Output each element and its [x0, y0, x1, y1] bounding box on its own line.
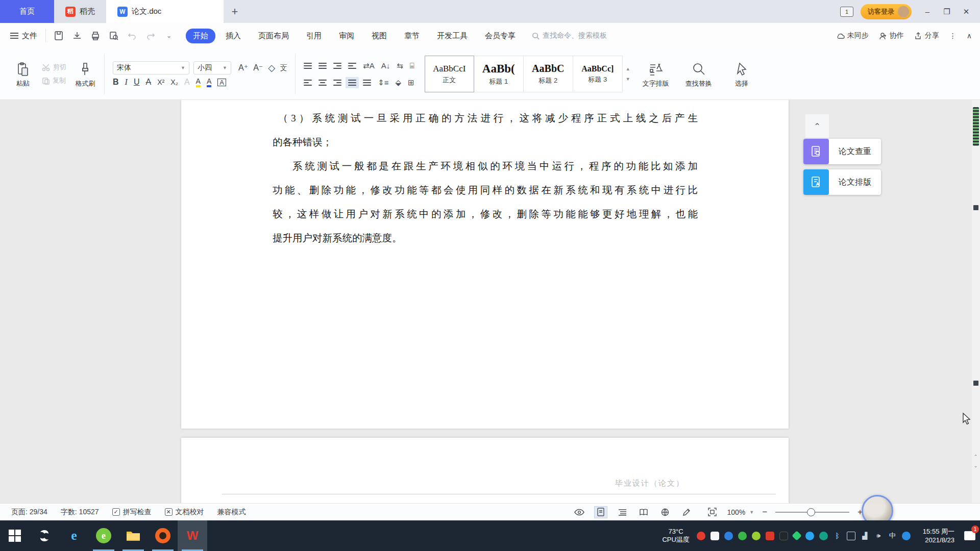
bluetooth-icon[interactable]: ᛒ: [833, 532, 842, 540]
tab-document[interactable]: W 论文.doc: [106, 0, 224, 23]
strikethrough-button[interactable]: A: [145, 78, 151, 86]
window-layout-icon[interactable]: 1: [840, 7, 853, 17]
outline-view-button[interactable]: [616, 506, 629, 518]
increase-font-button[interactable]: A⁺: [238, 64, 248, 72]
share-button[interactable]: 分享: [914, 31, 939, 40]
bullet-list-button[interactable]: [304, 63, 312, 69]
ribbon-tab-references[interactable]: 引用: [299, 29, 329, 43]
page-view-button[interactable]: [594, 506, 607, 518]
close-button[interactable]: ✕: [958, 4, 975, 19]
tray-icon-blue-shield[interactable]: [724, 532, 733, 540]
undo-button[interactable]: [127, 30, 138, 41]
fit-page-button[interactable]: [705, 506, 719, 518]
tray-icon-green[interactable]: [738, 532, 747, 540]
distribute-button[interactable]: [363, 80, 371, 86]
ink-annotate-button[interactable]: [680, 506, 693, 518]
zoom-slider-thumb[interactable]: [807, 508, 815, 516]
input-method-indicator[interactable]: 中: [888, 532, 897, 540]
pinyin-guide-button[interactable]: 文: [280, 64, 287, 71]
character-border-button[interactable]: A: [217, 79, 226, 86]
borders-button[interactable]: ⊞: [408, 78, 414, 87]
text-tool-button[interactable]: ⇄A: [363, 61, 375, 70]
tray-icon-lime[interactable]: [752, 532, 761, 540]
ribbon-tab-view[interactable]: 视图: [364, 29, 394, 43]
collapse-ribbon-button[interactable]: ∧: [967, 32, 972, 40]
highlight-color-button[interactable]: A: [196, 78, 201, 87]
tab-docer[interactable]: 稻 稻壳: [54, 0, 106, 23]
ribbon-tab-review[interactable]: 审阅: [332, 29, 361, 43]
line-spacing-button[interactable]: ⇕≡: [378, 78, 388, 87]
guest-login-button[interactable]: 访客登录: [861, 4, 912, 19]
paste-button[interactable]: 粘贴: [7, 60, 39, 88]
web-layout-button[interactable]: [658, 506, 672, 518]
zoom-slider[interactable]: [775, 512, 849, 513]
italic-button[interactable]: I: [125, 78, 128, 86]
taskbar-app-360[interactable]: [30, 520, 59, 551]
next-page-button[interactable]: ⌄: [972, 463, 979, 468]
paper-format-button[interactable]: 论文排版: [803, 169, 881, 195]
gallery-up-icon[interactable]: ▲: [626, 66, 630, 71]
tray-icon-red[interactable]: [766, 532, 774, 540]
format-painter-button[interactable]: 格式刷: [69, 60, 101, 88]
char-circle-button[interactable]: A: [184, 78, 190, 86]
tray-icon-dark[interactable]: [779, 532, 788, 540]
superscript-button[interactable]: X²: [157, 79, 164, 86]
more-menu-button[interactable]: ⋮: [949, 32, 957, 40]
ribbon-tab-insert[interactable]: 插入: [218, 29, 248, 43]
tray-icon-tim[interactable]: [902, 532, 911, 540]
copy-button[interactable]: 复制: [42, 76, 66, 85]
font-name-select[interactable]: 宋体 ▼: [113, 61, 189, 74]
tab-home[interactable]: 首页: [0, 0, 54, 23]
align-left-button[interactable]: [304, 80, 312, 86]
spell-check-toggle[interactable]: ✓ 拼写检查: [112, 508, 152, 517]
output-pdf-button[interactable]: [71, 30, 83, 41]
restore-button[interactable]: ❐: [938, 4, 955, 19]
shading-button[interactable]: ⬙: [395, 78, 401, 87]
show-marks-button[interactable]: ⇆: [397, 61, 403, 70]
print-preview-button[interactable]: [108, 30, 119, 41]
taskbar-app-browser-green[interactable]: e: [89, 520, 118, 551]
decrease-indent-button[interactable]: [333, 63, 341, 69]
network-icon[interactable]: ▟: [861, 532, 869, 540]
taskbar-app-explorer[interactable]: [118, 520, 148, 551]
align-right-button[interactable]: [333, 80, 341, 86]
cpu-temperature-widget[interactable]: 73°C CPU温度: [662, 520, 689, 551]
taskbar-app-browser-orange[interactable]: [148, 520, 178, 551]
find-replace-button[interactable]: 查找替换: [677, 60, 720, 88]
taskbar-clock[interactable]: 15:55 周一 2021/8/23: [918, 520, 960, 551]
paper-check-button[interactable]: 论文查重: [803, 139, 881, 164]
tab-stops-button[interactable]: ⌸: [410, 61, 414, 70]
ribbon-tab-section[interactable]: 章节: [397, 29, 427, 43]
numbered-list-button[interactable]: [318, 63, 327, 69]
redo-button[interactable]: [145, 30, 156, 41]
style-heading3[interactable]: AaBbCc] 标题 3: [573, 56, 623, 92]
style-normal[interactable]: AaBbCcI 正文: [425, 56, 474, 92]
gallery-down-icon[interactable]: ▼: [626, 77, 630, 82]
taskbar-app-ie[interactable]: e: [59, 520, 89, 551]
sidebar-collapse-button[interactable]: ⌃: [805, 114, 829, 138]
notification-center-button[interactable]: 1: [960, 520, 980, 551]
previous-page-button[interactable]: ⌃: [972, 454, 979, 459]
tray-icon-blue-circle[interactable]: [805, 532, 814, 540]
clear-format-button[interactable]: ◇: [268, 63, 275, 72]
read-mode-button[interactable]: [637, 506, 650, 518]
ribbon-tab-developer[interactable]: 开发工具: [430, 29, 475, 43]
customize-toolbar-icon[interactable]: ⌄: [163, 30, 175, 41]
document-text[interactable]: （3）系统测试一旦采用正确的方法进行，这将减少程序正式上线之后产生 的各种错误；…: [273, 106, 698, 250]
volume-icon[interactable]: 🕪: [874, 532, 883, 540]
sync-status[interactable]: 未同步: [836, 31, 869, 40]
tray-icon-green-diamond[interactable]: [792, 531, 802, 541]
tray-icon-teal[interactable]: [819, 532, 828, 540]
command-search-box[interactable]: 查找命令、搜索模板: [532, 31, 607, 40]
display-icon[interactable]: [847, 532, 855, 540]
text-layout-button[interactable]: 文字排版: [634, 60, 677, 88]
style-heading2[interactable]: AaBbC 标题 2: [524, 56, 573, 92]
save-button[interactable]: [53, 30, 64, 41]
zoom-out-button[interactable]: −: [762, 507, 767, 517]
ribbon-tab-page-layout[interactable]: 页面布局: [251, 29, 296, 43]
font-size-select[interactable]: 小四 ▼: [193, 61, 231, 74]
cut-button[interactable]: 剪切: [42, 63, 66, 72]
file-menu[interactable]: 文件: [0, 29, 46, 42]
word-count[interactable]: 字数: 10527: [61, 508, 99, 517]
underline-button[interactable]: U: [134, 78, 140, 86]
